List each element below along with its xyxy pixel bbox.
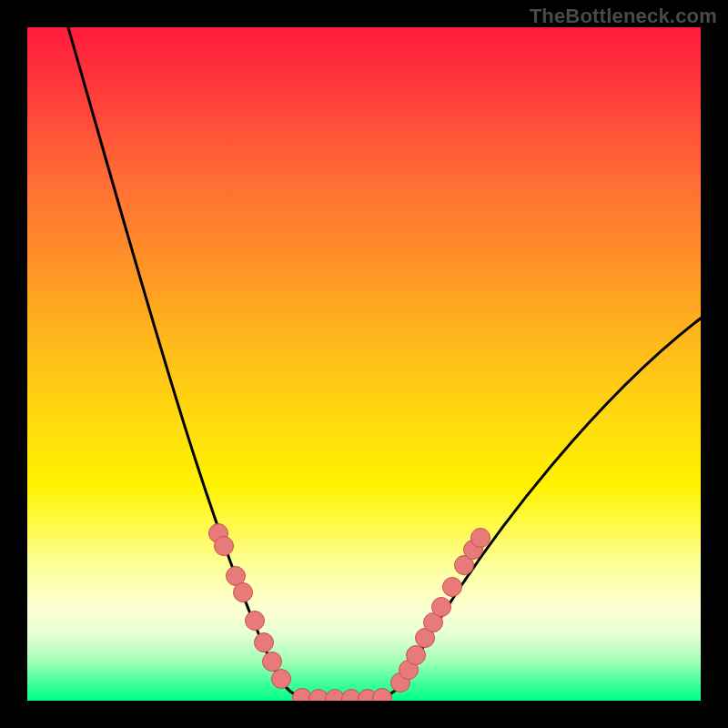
curve-svg bbox=[27, 27, 701, 701]
bottleneck-curve bbox=[66, 27, 701, 698]
chart-frame bbox=[27, 27, 701, 701]
data-dot bbox=[407, 646, 426, 665]
data-dot bbox=[432, 598, 451, 617]
data-dots bbox=[209, 524, 490, 702]
data-dot bbox=[215, 537, 234, 556]
data-dot bbox=[246, 612, 265, 631]
data-dot bbox=[373, 689, 392, 702]
data-dot bbox=[471, 529, 490, 548]
data-dot bbox=[263, 652, 282, 672]
data-dot bbox=[234, 583, 253, 602]
data-dot bbox=[443, 578, 462, 597]
watermark-text: TheBottleneck.com bbox=[530, 5, 717, 28]
data-dot bbox=[255, 633, 274, 652]
data-dot bbox=[272, 670, 291, 689]
